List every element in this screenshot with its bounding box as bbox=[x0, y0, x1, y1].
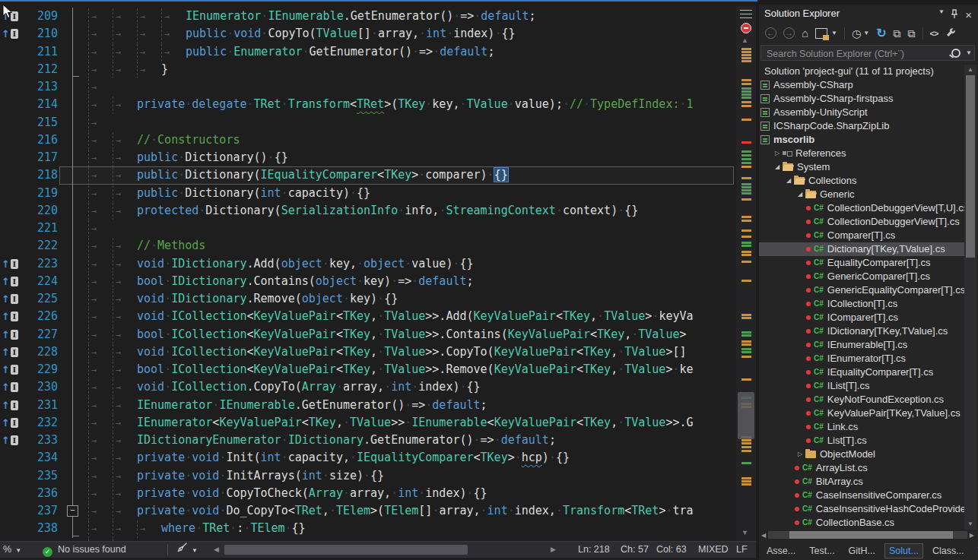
code-line[interactable]: 234→→private·void·Init(int·capacity,·IEq… bbox=[0, 449, 735, 467]
code-line[interactable]: 215→ bbox=[0, 114, 735, 131]
tree-item[interactable]: C#GenericEqualityComparer[T].cs bbox=[759, 283, 964, 297]
code-line[interactable]: 213→ bbox=[0, 78, 735, 96]
code-editor[interactable]: ↑I209→→→→IEnumerator·IEnumerable.GetEnum… bbox=[0, 0, 757, 560]
expander-expanded-icon[interactable]: ◢ bbox=[795, 188, 805, 201]
code-line[interactable]: 214→→private·delegate·TRet·Transform<TRe… bbox=[0, 96, 735, 113]
document-health-error-icon[interactable] bbox=[741, 23, 751, 33]
tree-item[interactable]: ◢System bbox=[759, 160, 964, 174]
tree-item[interactable]: C#BitArray.cs bbox=[759, 475, 964, 489]
expander-expanded-icon[interactable]: ◢ bbox=[772, 160, 783, 174]
tree-item[interactable]: C#List[T].cs bbox=[759, 434, 964, 448]
split-window-handle-icon[interactable] bbox=[740, 10, 752, 18]
code-line[interactable]: ↑I226→→void·ICollection<KeyValuePair<TKe… bbox=[0, 308, 735, 325]
tree-item[interactable]: Assembly-UnityScript bbox=[759, 106, 964, 119]
tree-item[interactable]: C#IComparer[T].cs bbox=[759, 311, 964, 324]
code-line[interactable]: 235→→private·void·InitArrays(int·size)·{… bbox=[0, 467, 735, 485]
scroll-down-arrow-icon[interactable]: ▼ bbox=[967, 520, 973, 527]
properties-wrench-icon[interactable] bbox=[945, 27, 955, 40]
expander-collapsed-icon[interactable]: ▷ bbox=[795, 448, 805, 461]
scroll-up-arrow-icon[interactable]: ▲ bbox=[967, 66, 973, 73]
indent-mode-indicator[interactable]: MIXED bbox=[698, 542, 729, 558]
implements-interface-icon[interactable]: ↑ bbox=[2, 343, 10, 361]
implements-interface-icon[interactable]: ↑ bbox=[2, 378, 10, 396]
code-cleanup-button[interactable]: ▼ bbox=[177, 542, 198, 558]
fold-collapse-button[interactable]: − bbox=[67, 505, 78, 517]
chevron-down-icon[interactable]: ▼ bbox=[966, 46, 972, 61]
implements-interface-icon[interactable]: ↑ bbox=[2, 326, 10, 343]
home-icon[interactable]: ⌂ bbox=[802, 27, 808, 40]
tree-item[interactable]: C#Comparer[T].cs bbox=[759, 229, 964, 242]
collapse-all-icon[interactable]: ⧉ bbox=[894, 27, 901, 40]
back-icon[interactable]: ← bbox=[765, 27, 776, 39]
code-line[interactable]: ↑I227→→bool·ICollection<KeyValuePair<TKe… bbox=[0, 326, 735, 343]
code-line[interactable]: 222→→//·Methods bbox=[0, 237, 735, 255]
tree-item[interactable]: ▷References bbox=[759, 147, 964, 160]
window-position-menu-icon[interactable]: ▼ bbox=[938, 8, 945, 15]
code-line[interactable]: ↑I231→→IEnumerator·IEnumerable.GetEnumer… bbox=[0, 397, 735, 414]
implements-interface-icon[interactable]: ↑ bbox=[2, 273, 10, 290]
pending-changes-filter-icon[interactable]: ◷ bbox=[852, 27, 861, 40]
code-line[interactable]: 217→→public·Dictionary()·{} bbox=[0, 149, 735, 166]
scroll-up-arrow-icon[interactable]: ▲ bbox=[741, 36, 748, 44]
tool-window-tab[interactable]: Class... bbox=[928, 543, 969, 558]
tool-window-tab[interactable]: GitH... bbox=[844, 543, 880, 558]
code-line[interactable]: 211→→→→public·Enumerator·GetEnumerator()… bbox=[0, 43, 735, 61]
code-line[interactable]: ↑I223→→void·IDictionary.Add(object·key,·… bbox=[0, 255, 735, 273]
tree-item[interactable]: Assembly-CSharp bbox=[759, 78, 964, 92]
horizontal-scrollbar-thumb[interactable] bbox=[224, 545, 468, 555]
tree-item[interactable]: C#GenericComparer[T].cs bbox=[759, 270, 964, 283]
hscroll-left-arrow-icon[interactable]: ◀ bbox=[214, 542, 219, 558]
tree-item[interactable]: mscorlib bbox=[759, 133, 964, 147]
code-line[interactable]: ↑I230→→void·ICollection.CopyTo(Array·arr… bbox=[0, 378, 735, 396]
code-line[interactable]: 212→→→} bbox=[0, 61, 735, 78]
editor-vertical-scrollbar[interactable]: ▲ ▼ bbox=[736, 6, 756, 541]
code-line[interactable]: ↑I224→→bool·IDictionary.Contains(object·… bbox=[0, 273, 735, 290]
hscroll-left-arrow-icon[interactable]: ◀ bbox=[761, 532, 766, 539]
tool-window-tab[interactable]: Asse... bbox=[762, 543, 800, 558]
tree-item[interactable]: C#CollectionDebuggerView[T,U].cs bbox=[759, 201, 964, 215]
code-lines[interactable]: ↑I209→→→→IEnumerator·IEnumerable.GetEnum… bbox=[0, 8, 735, 541]
tool-window-tab[interactable]: Test... bbox=[805, 543, 839, 558]
expander-collapsed-icon[interactable]: ▷ bbox=[772, 147, 783, 160]
tree-vertical-scrollbar[interactable]: ▲ ▼ bbox=[964, 65, 976, 530]
code-line[interactable]: 236→→private·void·CopyToCheck(Array·arra… bbox=[0, 485, 735, 502]
code-line[interactable]: ↑I209→→→→IEnumerator·IEnumerable.GetEnum… bbox=[0, 8, 735, 25]
implements-interface-icon[interactable]: ↑ bbox=[2, 25, 10, 43]
forward-icon[interactable]: → bbox=[783, 27, 795, 39]
code-line[interactable]: ↑I229→→bool·ICollection<KeyValuePair<TKe… bbox=[0, 361, 735, 378]
code-line[interactable]: ↑I228→→void·ICollection<KeyValuePair<TKe… bbox=[0, 343, 735, 361]
tree-item[interactable]: C#ArrayList.cs bbox=[759, 461, 964, 475]
code-line[interactable]: 238→→→where·TRet·:·TElem·{} bbox=[0, 520, 735, 537]
view-code-icon[interactable]: <> bbox=[930, 27, 938, 40]
tree-hscroll-thumb[interactable] bbox=[789, 531, 953, 539]
search-icon[interactable] bbox=[951, 49, 961, 58]
tree-item[interactable]: C#IEqualityComparer[T].cs bbox=[759, 365, 964, 379]
code-line[interactable]: ↑I210→→→→public·void·CopyTo(TValue[]·arr… bbox=[0, 25, 735, 43]
solution-explorer-titlebar[interactable]: Solution Explorer ▼ × bbox=[759, 5, 978, 23]
code-line[interactable]: 219→→public·Dictionary(int·capacity)·{} bbox=[0, 185, 735, 202]
document-health-indicator[interactable]: ✓No issues found bbox=[43, 542, 126, 558]
code-line[interactable]: ↑I233→→IDictionaryEnumerator·IDictionary… bbox=[0, 432, 735, 449]
expander-expanded-icon[interactable]: ◢ bbox=[783, 174, 794, 188]
implements-interface-icon[interactable]: ↑ bbox=[2, 361, 10, 378]
tree-item[interactable]: C#Dictionary[TKey,TValue].cs bbox=[759, 242, 964, 256]
tree-item[interactable]: C#KeyNotFoundException.cs bbox=[759, 393, 964, 407]
tree-item[interactable]: ▷ObjectModel bbox=[759, 448, 964, 461]
implements-interface-icon[interactable]: ↑ bbox=[2, 308, 10, 325]
tree-item[interactable]: ICSharpCode.SharpZipLib bbox=[759, 119, 964, 133]
hscroll-right-arrow-icon[interactable]: ▶ bbox=[970, 532, 974, 539]
code-line[interactable]: 237→→private·void·Do_CopyTo<TRet,·TElem>… bbox=[0, 502, 735, 520]
tool-window-tab[interactable]: Solut... bbox=[884, 543, 923, 558]
refresh-icon[interactable]: ↻ bbox=[876, 27, 886, 40]
implements-interface-icon[interactable]: ↑ bbox=[2, 397, 10, 414]
code-line[interactable]: ↑I225→→void·IDictionary.Remove(object·ke… bbox=[0, 290, 735, 308]
tree-item[interactable]: C#IEnumerable[T].cs bbox=[759, 338, 964, 352]
vertical-scrollbar-thumb[interactable] bbox=[738, 392, 754, 439]
code-line[interactable]: 220→→protected·Dictionary(SerializationI… bbox=[0, 202, 735, 220]
tree-item[interactable]: C#CollectionBase.cs bbox=[759, 516, 964, 530]
scroll-down-arrow-icon[interactable]: ▼ bbox=[741, 529, 748, 536]
code-line[interactable]: ↑I232→→IEnumerator<KeyValuePair<TKey,·TV… bbox=[0, 414, 735, 432]
tree-item[interactable]: C#CaseInsensitiveHashCodeProvider.cs bbox=[759, 502, 964, 516]
implements-interface-icon[interactable]: ↑ bbox=[2, 414, 10, 432]
tree-item[interactable]: C#IEnumerator[T].cs bbox=[759, 352, 964, 365]
